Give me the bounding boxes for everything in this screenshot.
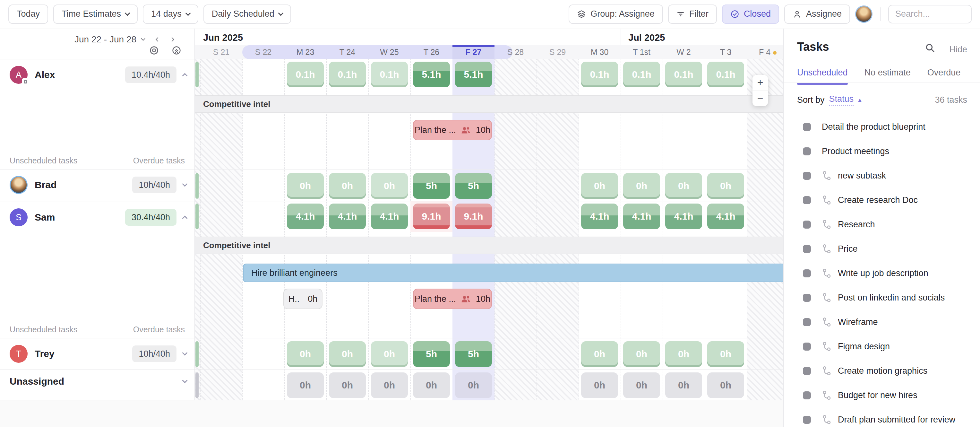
schedule-cell[interactable]: 0h xyxy=(329,373,366,398)
sort-direction-icon[interactable]: ▲ xyxy=(857,97,863,104)
next-week-button[interactable] xyxy=(169,36,175,43)
schedule-cell[interactable]: 5.1h xyxy=(455,62,492,87)
expand-toggle[interactable] xyxy=(183,215,187,220)
schedule-cell[interactable]: 4.1h xyxy=(329,204,366,229)
task-list-item[interactable]: Budget for new hires xyxy=(784,383,980,408)
schedule-cell[interactable]: 9.1h xyxy=(413,204,450,229)
schedule-cell[interactable]: 9.1h xyxy=(455,204,492,229)
task-list-item[interactable]: Create research Doc xyxy=(784,188,980,212)
collapse-all-button[interactable] xyxy=(169,43,183,57)
schedule-cell[interactable]: 0h xyxy=(581,341,618,367)
today-button[interactable]: Today xyxy=(8,5,48,24)
schedule-cell[interactable]: 0.1h xyxy=(287,62,324,87)
expand-toggle[interactable] xyxy=(183,353,187,355)
task-list-item[interactable]: Detail the product blueprint xyxy=(784,115,980,139)
tasks-search-button[interactable] xyxy=(925,43,935,54)
assignee-row[interactable]: Unassigned xyxy=(10,376,187,387)
expand-toggle[interactable] xyxy=(183,381,187,382)
schedule-cell[interactable]: 0h xyxy=(623,173,660,199)
schedule-cell[interactable]: 0h xyxy=(665,373,702,398)
assignee-row[interactable]: SSam30.4h/40h xyxy=(10,209,187,226)
schedule-cell[interactable]: 0h xyxy=(371,373,408,398)
schedule-cell[interactable]: 5h xyxy=(413,341,450,367)
schedule-cell[interactable]: 5h xyxy=(455,341,492,367)
task-list-item[interactable]: Wireframe xyxy=(784,310,980,334)
user-avatar[interactable] xyxy=(855,5,872,23)
zoom-out-button[interactable]: − xyxy=(752,91,768,106)
schedule-cell[interactable]: 0h xyxy=(287,173,324,199)
schedule-cell[interactable]: 0h xyxy=(707,373,744,398)
assignee-row[interactable]: Brad10h/40h xyxy=(10,176,187,194)
schedule-cell[interactable]: 0h xyxy=(707,173,744,199)
schedule-cell[interactable]: 0h xyxy=(371,173,408,199)
date-range-dropdown[interactable]: 14 days xyxy=(143,5,198,24)
overflow-indicator[interactable] xyxy=(196,341,199,367)
visibility-button[interactable] xyxy=(147,43,161,57)
sort-value-dropdown[interactable]: Status xyxy=(829,94,854,106)
schedule-cell[interactable]: 0h xyxy=(455,373,492,398)
schedule-cell[interactable]: 0h xyxy=(287,373,324,398)
task-list-item[interactable]: Create motion graphics xyxy=(784,358,980,383)
schedule-cell[interactable]: 5.1h xyxy=(413,62,450,87)
task-list-item[interactable]: Figma design xyxy=(784,334,980,358)
schedule-cell[interactable]: 0h xyxy=(371,341,408,367)
assignee-row[interactable]: TTrey10h/40h xyxy=(10,345,187,363)
expand-toggle[interactable] xyxy=(183,184,187,186)
schedule-cell[interactable]: 0h xyxy=(665,173,702,199)
schedule-cell[interactable]: 0.1h xyxy=(329,62,366,87)
schedule-cell[interactable]: 0h xyxy=(287,341,324,367)
assignee-filter-button[interactable]: Assignee xyxy=(784,5,850,24)
overflow-indicator[interactable] xyxy=(196,204,199,229)
schedule-cell[interactable]: 0h xyxy=(581,173,618,199)
overflow-indicator[interactable] xyxy=(196,173,199,199)
schedule-cell[interactable]: 0h xyxy=(623,341,660,367)
project-section-header[interactable]: Competitive intel xyxy=(195,96,783,113)
overflow-indicator[interactable] xyxy=(196,62,199,87)
schedule-cell[interactable]: 4.1h xyxy=(287,204,324,229)
schedule-cell[interactable]: 0.1h xyxy=(371,62,408,87)
task-list-item[interactable]: Price xyxy=(784,237,980,261)
group-by-button[interactable]: Group: Assignee xyxy=(569,5,663,24)
task-list-item[interactable]: Draft plan submitted for review xyxy=(784,408,980,427)
task-list-item[interactable]: new subtask xyxy=(784,163,980,188)
closed-filter-pill[interactable]: Closed xyxy=(722,5,779,24)
project-section-header[interactable]: Competitive intel xyxy=(195,237,783,254)
zoom-in-button[interactable]: + xyxy=(752,75,768,91)
schedule-cell[interactable]: 5h xyxy=(413,173,450,199)
tab-no-estimate[interactable]: No estimate xyxy=(864,68,911,84)
overflow-indicator[interactable] xyxy=(196,373,199,398)
schedule-cell[interactable]: 4.1h xyxy=(665,204,702,229)
filter-button[interactable]: Filter xyxy=(668,5,717,24)
schedule-cell[interactable]: 4.1h xyxy=(623,204,660,229)
schedule-cell[interactable]: 0.1h xyxy=(707,62,744,87)
task-chip[interactable]: Plan the ...10h xyxy=(413,120,492,140)
schedule-cell[interactable]: 0h xyxy=(581,373,618,398)
project-bar[interactable]: Hire brilliant engineers xyxy=(243,264,783,282)
schedule-cell[interactable]: 0h xyxy=(329,173,366,199)
schedule-cell[interactable]: 0.1h xyxy=(581,62,618,87)
task-chip[interactable]: Plan the ...10h xyxy=(413,288,492,309)
schedule-cell[interactable]: 0.1h xyxy=(665,62,702,87)
schedule-cell[interactable]: 0h xyxy=(329,341,366,367)
task-chip[interactable]: H..0h xyxy=(283,288,323,309)
schedule-cell[interactable]: 0h xyxy=(413,373,450,398)
tab-unscheduled[interactable]: Unscheduled xyxy=(797,68,848,84)
schedule-cell[interactable]: 4.1h xyxy=(581,204,618,229)
search-input[interactable] xyxy=(888,5,972,24)
schedule-cell[interactable]: 0h xyxy=(707,341,744,367)
task-list-item[interactable]: Post on linkedin and socials xyxy=(784,285,980,310)
schedule-mode-dropdown[interactable]: Daily Scheduled xyxy=(204,5,291,24)
task-list-item[interactable]: Research xyxy=(784,212,980,237)
assignee-row[interactable]: AAlex10.4h/40h xyxy=(10,66,187,84)
schedule-cell[interactable]: 4.1h xyxy=(371,204,408,229)
task-list-item[interactable]: Product meetings xyxy=(784,139,980,163)
tab-overdue[interactable]: Overdue xyxy=(928,68,961,84)
hide-panel-button[interactable]: Hide xyxy=(949,45,967,54)
prev-week-button[interactable] xyxy=(154,36,161,43)
expand-toggle[interactable] xyxy=(183,72,187,78)
schedule-cell[interactable]: 0.1h xyxy=(623,62,660,87)
task-list-item[interactable]: Write up job description xyxy=(784,261,980,285)
schedule-cell[interactable]: 5h xyxy=(455,173,492,199)
time-estimates-dropdown[interactable]: Time Estimates xyxy=(53,5,138,24)
schedule-cell[interactable]: 0h xyxy=(665,341,702,367)
